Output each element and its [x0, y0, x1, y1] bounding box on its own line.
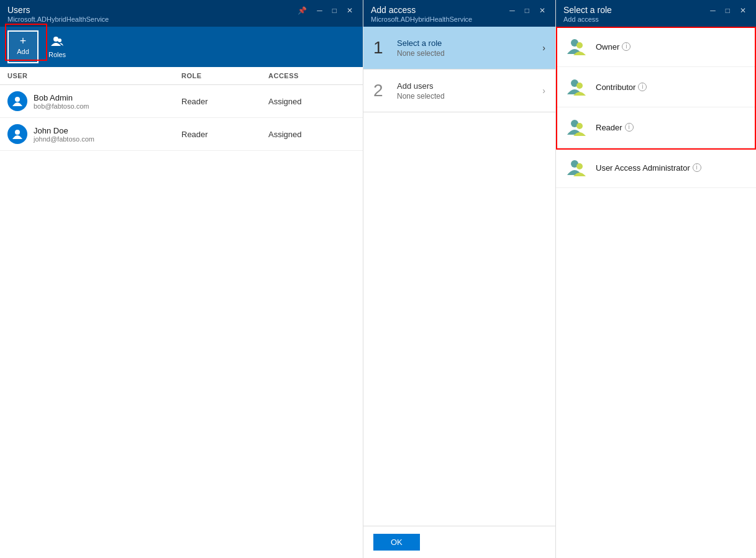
user-email-john: johnd@fabtoso.com [34, 135, 94, 143]
role-icon-owner [566, 35, 588, 58]
ok-button[interactable]: OK [373, 534, 420, 551]
role-item-reader[interactable]: Reader i [556, 107, 756, 148]
steps-container: 1 Select a role None selected › 2 Add us… [363, 27, 555, 276]
select-role-close-btn[interactable]: ✕ [737, 5, 749, 16]
users-subtitle: Microsoft.ADHybridHealthService [7, 16, 109, 23]
add-access-title-bar: Add access Microsoft.ADHybridHealthServi… [363, 0, 555, 27]
add-access-close-btn[interactable]: ✕ [537, 5, 548, 16]
svg-point-2 [15, 97, 20, 102]
role-name-contributor: Contributor [596, 83, 635, 92]
col-user-header: USER [7, 72, 181, 79]
users-maximize-btn[interactable]: □ [330, 5, 339, 16]
svg-point-5 [576, 42, 583, 48]
svg-point-9 [576, 123, 583, 129]
role-cell-john: Reader [181, 130, 268, 139]
users-table-header: USER ROLE ACCESS [0, 67, 363, 85]
add-access-title: Add access [371, 5, 472, 15]
select-role-panel: Select a role Add access ─ □ ✕ [556, 0, 756, 558]
add-access-minimize-btn[interactable]: ─ [507, 5, 517, 16]
users-window-controls: 📌 ─ □ ✕ [295, 5, 355, 16]
step-1-subtitle: None selected [397, 49, 542, 58]
role-icon-reader [566, 116, 588, 138]
users-title-bar: Users Microsoft.ADHybridHealthService 📌 … [0, 0, 363, 27]
user-name-john: John Doe [34, 126, 94, 135]
select-role-title: Select a role [563, 5, 612, 15]
user-name-bob: Bob Admin [34, 93, 89, 102]
add-label: Add [17, 48, 29, 55]
role-name-user-access-admin: User Access Administrator [596, 163, 690, 173]
owner-info-icon[interactable]: i [622, 42, 631, 51]
access-cell-john: Assigned [268, 130, 355, 139]
role-name-owner: Owner [596, 42, 619, 52]
ok-bar: OK [363, 526, 555, 558]
users-title: Users [7, 5, 109, 15]
roles-button[interactable]: Roles [41, 30, 73, 63]
col-access-header: ACCESS [268, 72, 355, 79]
role-item-user-access-admin[interactable]: User Access Administrator i [556, 148, 756, 188]
users-title-left: Users Microsoft.ADHybridHealthService [7, 5, 109, 23]
contributor-info-icon[interactable]: i [638, 83, 647, 91]
add-access-window-controls: ─ □ ✕ [507, 5, 548, 16]
role-icon-contributor [566, 76, 588, 98]
step-2-title: Add users [397, 81, 542, 91]
col-role-header: ROLE [181, 72, 268, 79]
role-list: Owner i Contributor i [556, 27, 756, 558]
select-role-minimize-btn[interactable]: ─ [708, 5, 718, 16]
avatar-john [7, 124, 27, 144]
users-panel: Users Microsoft.ADHybridHealthService 📌 … [0, 0, 363, 558]
step-2-subtitle: None selected [397, 92, 542, 101]
step-2-number: 2 [373, 81, 388, 101]
role-item-owner[interactable]: Owner i [556, 27, 756, 67]
users-toolbar: + Add Roles [0, 27, 363, 67]
users-minimize-btn[interactable]: ─ [314, 5, 325, 16]
user-cell-john: John Doe johnd@fabtoso.com [7, 124, 181, 144]
step-2-chevron: › [542, 86, 545, 96]
svg-point-1 [58, 38, 61, 42]
add-icon: + [20, 35, 27, 47]
add-access-panel: Add access Microsoft.ADHybridHealthServi… [363, 0, 556, 558]
add-access-maximize-btn[interactable]: □ [522, 5, 532, 16]
select-role-maximize-btn[interactable]: □ [723, 5, 732, 16]
step-1-title: Select a role [397, 38, 542, 48]
table-row[interactable]: Bob Admin bob@fabtoso.com Reader Assigne… [0, 85, 363, 118]
add-button[interactable]: + Add [7, 30, 39, 63]
role-name-reader: Reader [596, 123, 622, 132]
role-icon-user-access-admin [566, 156, 588, 179]
step-2-item[interactable]: 2 Add users None selected › [363, 70, 555, 112]
user-email-bob: bob@fabtoso.com [34, 102, 89, 110]
step-2-content: Add users None selected [397, 81, 542, 101]
add-access-subtitle: Microsoft.ADHybridHealthService [371, 16, 472, 23]
select-role-window-controls: ─ □ ✕ [708, 5, 749, 16]
role-cell-bob: Reader [181, 97, 268, 106]
step-1-content: Select a role None selected [397, 38, 542, 58]
roles-icon [51, 35, 63, 50]
users-table: Bob Admin bob@fabtoso.com Reader Assigne… [0, 85, 363, 558]
step-1-number: 1 [373, 38, 388, 58]
add-access-title-left: Add access Microsoft.ADHybridHealthServi… [371, 5, 472, 23]
avatar-bob [7, 91, 27, 111]
reader-info-icon[interactable]: i [625, 123, 634, 132]
step-1-chevron: › [542, 43, 545, 53]
access-cell-bob: Assigned [268, 97, 355, 106]
users-pin-btn[interactable]: 📌 [295, 5, 309, 16]
svg-point-11 [576, 163, 583, 169]
select-role-title-left: Select a role Add access [563, 5, 612, 23]
svg-point-3 [15, 130, 20, 135]
roles-label: Roles [48, 51, 66, 58]
svg-point-7 [576, 83, 583, 89]
user-cell-bob: Bob Admin bob@fabtoso.com [7, 91, 181, 111]
user-info-bob: Bob Admin bob@fabtoso.com [34, 93, 89, 110]
users-close-btn[interactable]: ✕ [344, 5, 355, 16]
step-1-item[interactable]: 1 Select a role None selected › [363, 27, 555, 70]
table-row[interactable]: John Doe johnd@fabtoso.com Reader Assign… [0, 118, 363, 151]
select-role-title-bar: Select a role Add access ─ □ ✕ [556, 0, 756, 27]
user-access-admin-info-icon[interactable]: i [693, 163, 701, 172]
user-info-john: John Doe johnd@fabtoso.com [34, 126, 94, 143]
select-role-subtitle: Add access [563, 16, 612, 23]
svg-point-0 [53, 37, 58, 42]
role-item-contributor[interactable]: Contributor i [556, 67, 756, 107]
